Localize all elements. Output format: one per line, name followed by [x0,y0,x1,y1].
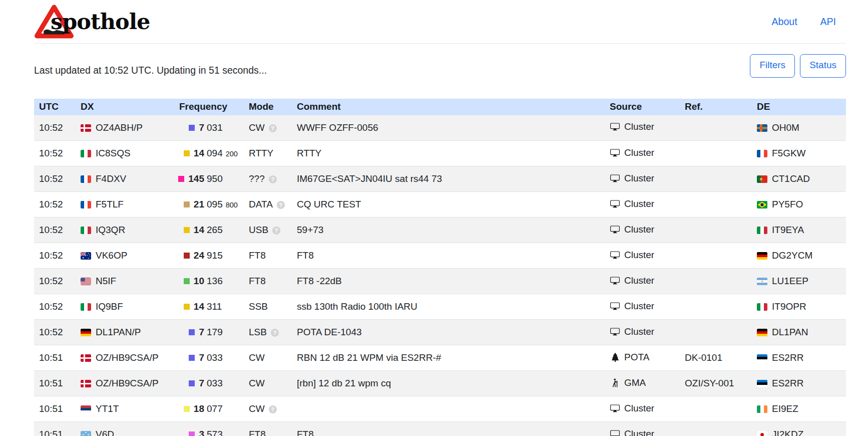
de-callsign[interactable]: ES2RR [772,352,803,363]
mode-help-icon[interactable]: ? [271,329,279,337]
de-callsign[interactable]: IT9OPR [772,301,806,312]
de-callsign[interactable]: F5GKW [772,148,806,158]
italy-flag-icon [757,303,767,311]
mode-label: CW [249,378,265,388]
germany-flag-icon [81,329,91,336]
frequency-mhz[interactable]: 10 [194,276,204,287]
brand-logo[interactable]: spothole [34,4,150,39]
col-header-frequency: Frequency [174,99,244,115]
de-callsign[interactable]: JI2KDZ [772,429,803,436]
de-callsign[interactable]: IT9EYA [772,225,804,235]
de-callsign[interactable]: PY5FO [772,199,803,209]
brand-name: spothole [51,11,150,33]
dx-callsign[interactable]: OZ/HB9CSA/P [96,378,159,388]
frequency-khz[interactable]: 915 [207,250,223,261]
frequency-khz[interactable]: 573 [207,429,223,436]
mode-help-icon[interactable]: ? [269,405,277,413]
frequency-mhz[interactable]: 18 [194,403,204,414]
frequency-mhz[interactable]: 21 [194,199,204,210]
main-nav: About API [772,16,846,28]
spot-source-cell: Cluster [605,422,680,436]
spot-ref [680,294,752,320]
frequency-khz[interactable]: 136 [207,276,223,286]
spot-time: 10:51 [34,396,76,422]
de-callsign[interactable]: ES2RR [772,378,803,388]
dx-callsign[interactable]: OZ4ABH/P [96,122,143,133]
frequency-khz[interactable]: 094 [207,148,223,158]
frequency-mhz[interactable]: 3 [199,429,204,436]
spot-mode-cell: CW [244,345,292,371]
mode-help-icon[interactable]: ? [269,175,277,183]
spot-ref[interactable]: OZI/SY-001 [680,371,752,396]
de-callsign[interactable]: DG2YCM [772,250,812,261]
frequency-mhz[interactable]: 14 [194,148,204,159]
nav-about-link[interactable]: About [772,16,797,28]
frequency-khz[interactable]: 265 [207,225,223,235]
frequency-mhz[interactable]: 24 [194,250,204,261]
italy-flag-icon [81,227,91,234]
band-color-icon [184,201,190,207]
spot-frequency-cell: 24915 [174,243,244,269]
frequency-khz[interactable]: 033 [207,378,223,388]
frequency-mhz[interactable]: 7 [199,352,204,363]
nav-api-link[interactable]: API [820,16,836,28]
de-callsign[interactable]: LU1EEP [772,276,808,286]
frequency-khz[interactable]: 950 [207,173,223,184]
spot-time: 10:52 [34,217,76,243]
frequency-khz[interactable]: 311 [207,301,222,312]
mode-help-icon[interactable]: ? [269,124,277,132]
monitor-icon [610,250,620,262]
spot-dx-cell: OZ/HB9CSA/P [76,345,174,371]
spot-row: 10:51 YT1T 18077 CW? Cluster EI9EZ [34,396,846,422]
dx-callsign[interactable]: IC8SQS [96,148,131,158]
frequency-khz[interactable]: 031 [207,122,223,133]
filters-button[interactable]: Filters [750,54,795,78]
spot-ref [680,320,752,345]
spot-frequency-cell: 3573 [174,422,244,436]
dx-callsign[interactable]: VK6OP [96,250,127,261]
frequency-khz[interactable]: 095 [207,199,223,209]
frequency-mhz[interactable]: 14 [194,301,204,312]
spot-mode-cell: ???? [244,166,292,192]
dx-callsign[interactable]: IQ9BF [96,301,123,312]
frequency-mhz[interactable]: 14 [194,225,204,236]
spot-frequency-cell: 18077 [174,396,244,422]
spot-comment: FT8 [292,243,605,269]
dx-callsign[interactable]: N5IF [96,276,116,286]
spot-frequency-cell: 7033 [174,371,244,396]
japan-flag-icon [757,431,767,436]
frequency-mhz[interactable]: 7 [199,122,204,133]
frequency-khz[interactable]: 179 [207,327,223,337]
dx-callsign[interactable]: OZ/HB9CSA/P [96,352,159,363]
dx-callsign[interactable]: IQ3QR [96,225,125,235]
de-callsign[interactable]: DL1PAN [772,327,808,337]
de-callsign[interactable]: CT1CAD [772,173,810,184]
source-label: Cluster [624,147,654,158]
frequency-khz[interactable]: 077 [207,403,223,414]
dx-callsign[interactable]: V6D [96,429,114,436]
source-label: Cluster [624,326,654,337]
spot-row: 10:51 OZ/HB9CSA/P 7033 CW [rbn] 12 db 21… [34,371,846,396]
dx-callsign[interactable]: F5TLF [96,199,124,209]
spot-ref[interactable]: DK-0101 [680,345,752,371]
band-color-icon [178,176,184,182]
dx-callsign[interactable]: F4DXV [96,173,126,184]
dx-callsign[interactable]: YT1T [96,403,119,414]
frequency-khz[interactable]: 033 [207,352,223,363]
spot-de-cell: EI9EZ [752,396,846,422]
mode-label: CW [249,403,265,414]
frequency-mhz[interactable]: 7 [199,378,204,389]
mode-help-icon[interactable]: ? [277,201,285,209]
spot-source-cell: Cluster [605,294,680,320]
mode-help-icon[interactable]: ? [272,227,280,235]
frequency-mhz[interactable]: 145 [188,173,204,184]
status-button[interactable]: Status [800,54,846,78]
spot-mode-cell: CW? [244,396,292,422]
spot-mode-cell: DATA? [244,192,292,217]
dx-callsign[interactable]: DL1PAN/P [96,327,141,337]
spot-row: 10:52 F4DXV 145950 ???? IM67GE<SAT>JN04I… [34,166,846,192]
spot-row: 10:52 OZ4ABH/P 7031 CW? WWFF OZFF-0056 C… [34,115,846,141]
de-callsign[interactable]: EI9EZ [772,403,798,414]
de-callsign[interactable]: OH0M [772,122,799,133]
frequency-mhz[interactable]: 7 [199,327,204,338]
